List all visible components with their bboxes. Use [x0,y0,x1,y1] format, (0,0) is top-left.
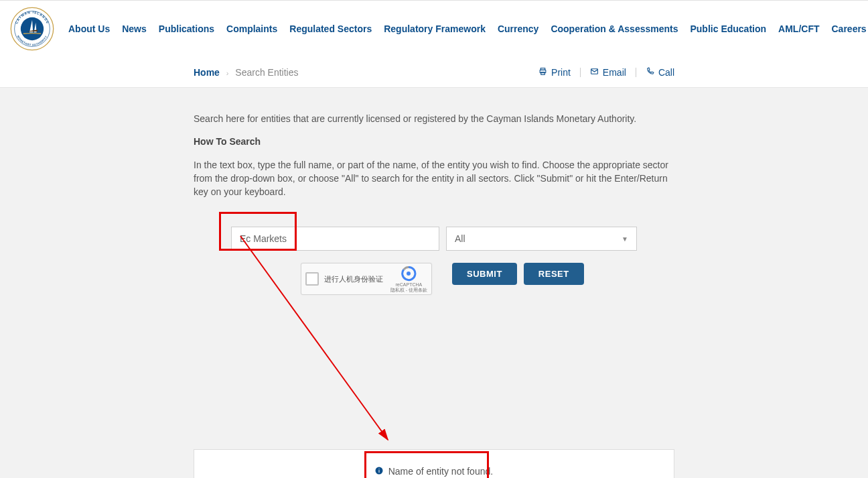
page-subheader: Home › Search Entities Print Email Call [0,58,868,88]
entity-name-input[interactable] [231,227,439,251]
nav-regulated-sectors[interactable]: Regulated Sectors [289,23,372,34]
reset-button[interactable]: RESET [524,263,584,285]
divider [580,68,581,77]
nav-regulatory-framework[interactable]: Regulatory Framework [384,23,486,34]
phone-icon [646,67,654,78]
sector-select[interactable]: All ▼ [446,227,637,251]
intro-text: Search here for entities that are curren… [194,112,674,125]
nav-careers[interactable]: Careers [832,23,867,34]
submit-button[interactable]: SUBMIT [452,263,517,285]
breadcrumb: Home › Search Entities [194,67,299,78]
svg-point-11 [407,272,411,276]
divider [636,68,636,77]
nav-cooperation-assessments[interactable]: Cooperation & Assessments [551,23,678,34]
site-header: CAYMAN ISLANDS MONETARY AUTHORITY About … [0,1,868,58]
primary-nav: About Us News Publications Complaints Re… [68,17,868,40]
recaptcha-checkbox[interactable] [305,272,319,286]
nav-news[interactable]: News [122,23,147,34]
nav-complaints[interactable]: Complaints [226,23,277,34]
howto-heading: How To Search [194,135,674,148]
info-icon [375,466,386,477]
envelope-icon [590,67,599,78]
nav-public-education[interactable]: Public Education [690,23,766,34]
nav-currency[interactable]: Currency [498,23,538,34]
recaptcha-label: 进行人机身份验证 [324,274,390,284]
svg-rect-15 [378,469,379,469]
svg-rect-14 [378,470,379,473]
sector-select-value: All [455,233,465,244]
chevron-right-icon: › [226,69,229,77]
instructions-text: In the text box, type the full name, or … [194,158,674,199]
nav-aml-cft[interactable]: AML/CFT [778,23,819,34]
result-message-box: Name of entity not found. [194,449,674,478]
breadcrumb-current: Search Entities [235,67,298,78]
print-icon [538,67,547,78]
main-content: Search here for entities that are curren… [194,88,674,478]
site-logo[interactable]: CAYMAN ISLANDS MONETARY AUTHORITY [9,6,55,52]
email-action[interactable]: Email [590,67,626,78]
recaptcha-branding: reCAPTCHA 隐私权 - 使用条款 [390,265,427,292]
result-message-text: Name of entity not found. [388,466,493,477]
nav-about-us[interactable]: About Us [68,23,110,34]
caret-down-icon: ▼ [622,235,628,243]
call-action[interactable]: Call [646,67,674,78]
breadcrumb-home[interactable]: Home [194,67,220,78]
search-form: All ▼ 进行人机身份验证 reCAPTCHA 隐私权 - 使用条款 S [194,208,674,295]
nav-publications[interactable]: Publications [159,23,214,34]
print-action[interactable]: Print [538,67,571,78]
page-actions: Print Email Call [538,67,674,78]
recaptcha-widget[interactable]: 进行人机身份验证 reCAPTCHA 隐私权 - 使用条款 [301,263,432,295]
